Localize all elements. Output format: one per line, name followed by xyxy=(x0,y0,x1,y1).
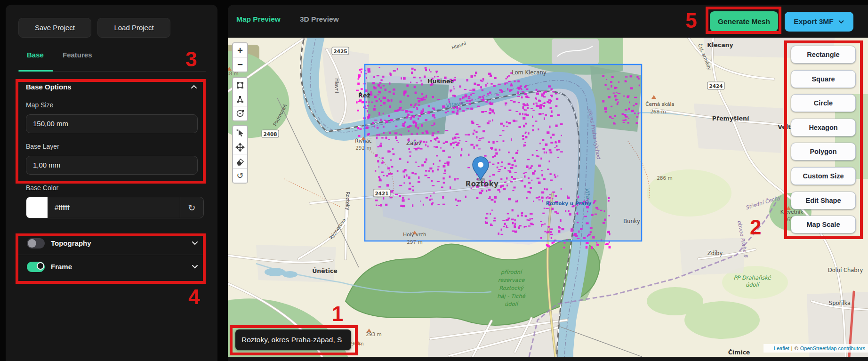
topography-toggle[interactable] xyxy=(27,238,45,249)
shape-button-edit-shape[interactable]: Edit Shape xyxy=(791,192,856,209)
map-label: Roztoky u Prahy xyxy=(546,201,592,206)
svg-text:2425: 2425 xyxy=(333,48,347,54)
map-label: Žalov xyxy=(406,139,421,146)
svg-text:2424: 2424 xyxy=(709,83,723,89)
map-label: 297 m xyxy=(407,239,423,245)
export-3mf-button[interactable]: Export 3MF xyxy=(785,12,853,32)
map-label: Spořilka xyxy=(829,300,851,306)
base-layer-label: Base Layer xyxy=(26,143,59,150)
map-label: Husinec xyxy=(427,78,454,85)
map-label: Únětice xyxy=(312,267,338,274)
leaflet-link[interactable]: Leaflet xyxy=(774,345,789,351)
shape-button-polygon[interactable]: Polygon xyxy=(791,143,856,160)
search-input[interactable]: Roztoky, okres Praha-západ, S xyxy=(235,329,351,350)
edit-vertices-icon[interactable] xyxy=(233,126,247,140)
ukraine-flag-icon xyxy=(766,346,772,351)
export-label: Export 3MF xyxy=(794,12,833,32)
chevron-down-icon[interactable] xyxy=(191,239,199,247)
map-label: Klecany xyxy=(707,41,733,48)
map-label: Klevetník xyxy=(780,209,804,215)
map-label: Lom Klecany xyxy=(512,69,547,76)
road-shield: 2425 xyxy=(332,47,349,55)
map-size-input[interactable]: 150,00 mm xyxy=(26,114,198,133)
draw-toolbar xyxy=(232,77,248,121)
shape-button-circle[interactable]: Circle xyxy=(791,94,856,112)
map-canvas[interactable]: 2425240824212424 KlecanyLom KlecanyHusin… xyxy=(228,38,868,357)
rotate-icon[interactable]: ↺ xyxy=(233,168,247,183)
map-label: háj - Tiché xyxy=(497,293,525,299)
generate-mesh-button[interactable]: Generate Mesh xyxy=(710,11,778,32)
zoom-in-button[interactable]: + xyxy=(233,43,247,57)
map-label: Čimice xyxy=(728,349,750,356)
frame-label: Frame xyxy=(51,263,72,271)
map-attribution: Leaflet | © OpenStreetMap contributors xyxy=(764,344,868,353)
map-label: Zdiby xyxy=(707,250,723,257)
map-label: údolí xyxy=(505,301,519,307)
attribution-separator: | xyxy=(791,345,793,351)
color-hex-input[interactable]: #ffffff xyxy=(48,197,180,218)
map-label: přírodní xyxy=(501,269,523,275)
color-swatch[interactable] xyxy=(26,197,48,218)
map-label: Roztocký xyxy=(499,285,524,291)
road-shield: 2424 xyxy=(707,82,724,89)
row-divider xyxy=(18,255,206,255)
svg-text:2408: 2408 xyxy=(263,131,277,137)
map-label: 286 m xyxy=(657,175,673,181)
shape-button-custom-size[interactable]: Custom Size xyxy=(791,167,856,185)
copyright-symbol: © xyxy=(795,345,798,351)
map-label: Holý vrch xyxy=(403,232,426,237)
map-label: Černá skála xyxy=(645,101,675,107)
move-icon[interactable] xyxy=(233,140,247,154)
zoom-out-button[interactable]: − xyxy=(233,57,247,72)
draw-rectangle-icon[interactable] xyxy=(233,78,247,92)
osm-link[interactable]: OpenStreetMap contributors xyxy=(800,345,865,351)
zoom-control: + − xyxy=(232,42,248,72)
map-label: rezervace xyxy=(498,277,525,283)
tab-base[interactable]: Base xyxy=(27,51,44,59)
draw-circle-icon[interactable] xyxy=(233,106,247,120)
map-label: Dolní Chabry xyxy=(828,267,863,273)
map-size-label: Map Size xyxy=(26,101,53,109)
map-label: Bunky xyxy=(623,218,640,225)
shape-button-map-scale[interactable]: Map Scale xyxy=(791,216,856,233)
base-color-field: #ffffff ↻ xyxy=(26,197,204,218)
map-label: Roztoky xyxy=(345,192,350,210)
tab-map-preview[interactable]: Map Preview xyxy=(236,15,281,24)
refresh-icon[interactable]: ↻ xyxy=(180,197,203,218)
base-options-title: Base Options xyxy=(26,83,72,91)
map-tiles: 2425240824212424 KlecanyLom KlecanyHusin… xyxy=(228,38,868,357)
load-project-button[interactable]: Load Project xyxy=(97,18,170,38)
chevron-down-icon[interactable] xyxy=(191,263,199,270)
map-label: údolí xyxy=(746,281,760,288)
map-label: Řivnáč xyxy=(355,138,372,144)
tab-3d-preview[interactable]: 3D Preview xyxy=(300,15,339,24)
erase-icon[interactable] xyxy=(233,154,247,168)
save-project-button[interactable]: Save Project xyxy=(18,18,91,38)
map-label: Řež xyxy=(358,92,370,99)
shape-button-rectangle[interactable]: Rectangle xyxy=(791,46,856,64)
map-label: PP Drahaňské xyxy=(733,274,771,281)
app-window: Save Project Load Project Base Features … xyxy=(0,0,868,361)
marker-town-label: Roztoky xyxy=(466,180,499,188)
base-color-label: Base Color xyxy=(26,184,58,192)
road-shield: 2421 xyxy=(373,189,390,197)
tab-features[interactable]: Features xyxy=(63,51,92,59)
map-label: 268 m xyxy=(650,109,666,114)
base-layer-input[interactable]: 1,00 mm xyxy=(26,156,198,175)
road-shield: 2408 xyxy=(262,130,279,137)
draw-polygon-icon[interactable] xyxy=(233,92,247,106)
toggle-knob xyxy=(37,262,44,270)
chevron-up-icon[interactable] xyxy=(190,83,198,91)
shape-button-square[interactable]: Square xyxy=(791,70,856,88)
map-label: Hlavní xyxy=(334,78,339,94)
toggle-knob xyxy=(28,239,36,248)
frame-toggle[interactable] xyxy=(27,262,45,272)
map-label: 292 m xyxy=(355,145,371,151)
map-label: 293 m xyxy=(366,331,382,337)
active-tab-underline xyxy=(18,70,53,72)
svg-text:2421: 2421 xyxy=(375,191,388,196)
shape-button-hexagon[interactable]: Hexagon xyxy=(791,119,856,136)
map-label: Přemyšlení xyxy=(712,115,749,122)
chevron-down-icon xyxy=(838,18,844,25)
topography-label: Topography xyxy=(51,239,91,247)
